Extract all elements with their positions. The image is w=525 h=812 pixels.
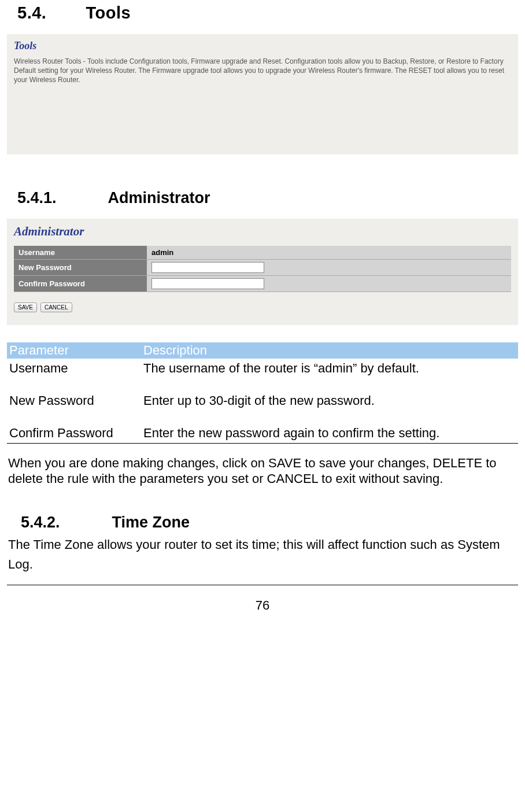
form-label: New Password [14,259,147,275]
page-number: 76 [7,598,518,618]
form-label: Confirm Password [14,275,147,291]
form-row-username: Username admin [14,246,511,260]
param-cell: Username [7,359,141,378]
administrator-panel: Administrator Username admin New Passwor… [7,219,518,325]
desc-cell: The username of the router is “admin” by… [141,359,518,378]
administrator-panel-title: Administrator [14,224,511,239]
tools-panel-title: Tools [14,40,511,52]
section-title: Tools [86,3,131,22]
cancel-button[interactable]: CANCEL [40,302,72,312]
table-spacer [7,411,518,423]
save-button[interactable]: SAVE [14,302,37,312]
section-heading-tools: 5.4. Tools [7,0,518,34]
subsection-title: Time Zone [112,514,190,531]
form-value-cell [147,275,511,291]
table-spacer [7,378,518,391]
form-value-cell [147,259,511,275]
instructions-paragraph: When you are done making changes, click … [7,447,518,493]
form-row-confirm-password: Confirm Password [14,275,511,291]
table-header-row: Parameter Description [7,342,518,359]
username-value: admin [151,248,173,257]
table-row: New Password Enter up to 30-digit of the… [7,391,518,411]
subsection-title: Administrator [108,189,210,206]
footer-divider [7,585,518,585]
form-label: Username [14,246,147,260]
table-row: Username The username of the router is “… [7,359,518,378]
section-number: 5.4. [17,3,81,23]
param-cell: New Password [7,391,141,411]
subsection-number: 5.4.2. [21,514,108,532]
tools-panel-description: Wireless Router Tools - Tools include Co… [14,57,511,85]
header-parameter: Parameter [7,342,141,359]
timezone-description: The Time Zone allows your router to set … [7,535,518,581]
desc-cell: Enter up to 30-digit of the new password… [141,391,518,411]
parameter-description-table: Parameter Description Username The usern… [7,342,518,444]
form-row-new-password: New Password [14,259,511,275]
new-password-input[interactable] [151,262,264,273]
form-value-cell: admin [147,246,511,260]
tools-panel: Tools Wireless Router Tools - Tools incl… [7,34,518,154]
header-description: Description [141,342,518,359]
table-row: Confirm Password Enter the new password … [7,423,518,444]
desc-cell: Enter the new password again to confirm … [141,423,518,444]
confirm-password-input[interactable] [151,278,264,289]
param-cell: Confirm Password [7,423,141,444]
subsection-heading-administrator: 5.4.1. Administrator [7,178,518,219]
subsection-heading-timezone: 5.4.2. Time Zone [7,493,518,535]
button-row: SAVE CANCEL [14,302,511,312]
subsection-number: 5.4.1. [17,189,104,207]
administrator-form-table: Username admin New Password Confirm Pass… [14,246,511,292]
